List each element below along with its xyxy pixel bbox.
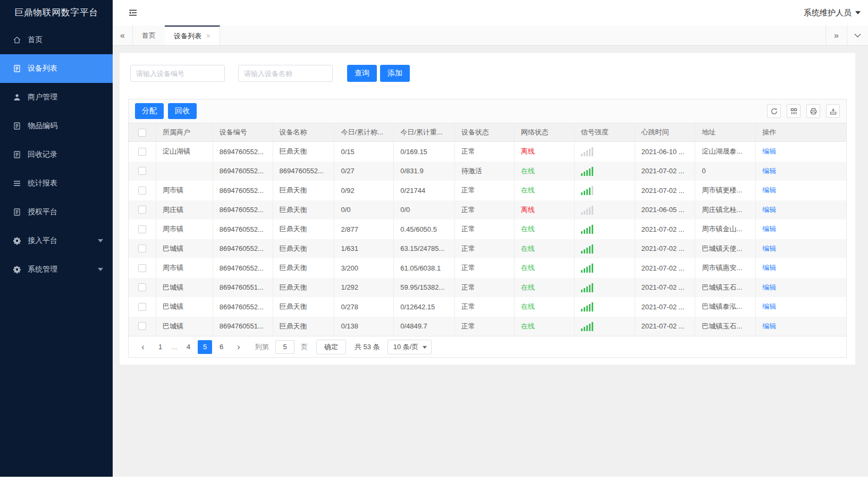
cell-device-status: 待激活 (455, 162, 515, 181)
sidebar-item-home[interactable]: 首页 (0, 26, 113, 54)
row-checkbox[interactable] (138, 206, 146, 214)
cell-action: 编辑 (756, 239, 846, 259)
sidebar-item-access-platform[interactable]: 接入平台 (0, 226, 113, 255)
signal-bars-icon (581, 166, 593, 176)
cell-heartbeat-time: 2021-06-05 ... (635, 200, 696, 220)
network-status-text: 在线 (521, 244, 535, 254)
sidebar-item-label: 商户管理 (28, 92, 57, 102)
cell-signal-strength (575, 317, 635, 336)
edit-link[interactable]: 编辑 (762, 244, 776, 254)
pagination-bar: ‹ 1 ... 4 5 6 › 到第 页 确定 共 53 条 10 条/页 (129, 336, 846, 357)
print-icon[interactable] (806, 104, 820, 118)
cell-today-total-weight: 0.45/6050.5 (394, 220, 455, 239)
cell-heartbeat-time: 2021-07-02 ... (635, 258, 696, 278)
user-icon (13, 93, 21, 102)
sidebar-item-device-list[interactable]: 设备列表 (0, 54, 113, 83)
row-checkbox[interactable] (138, 283, 146, 291)
cell-today-total-weight: 0/21744 (394, 181, 455, 200)
cell-network-status: 在线 (515, 297, 575, 317)
sidebar-item-label: 物品编码 (28, 121, 57, 131)
table-row: 巴城镇8694760552...巨鼎天衡1/63163.15/24785...正… (129, 239, 846, 259)
cell-device-number: 8694760552... (213, 239, 273, 259)
row-checkbox[interactable] (138, 167, 146, 175)
cell-device-number: 8694760551... (213, 317, 273, 336)
tabs-scroll-left-button[interactable]: « (113, 26, 133, 45)
signal-bars-icon (581, 147, 593, 156)
query-button[interactable]: 查询 (347, 65, 377, 82)
edit-link[interactable]: 编辑 (762, 147, 776, 156)
export-icon[interactable] (826, 104, 840, 118)
close-icon[interactable]: × (206, 32, 210, 40)
table-row: 周庄镇8694760552...巨鼎天衡0/00/0正常离线2021-06-05… (129, 200, 846, 220)
user-menu[interactable]: 系统维护人员 (804, 8, 861, 18)
cell-device-status: 正常 (455, 317, 515, 336)
page-button-4[interactable]: 4 (181, 340, 196, 354)
device-number-input[interactable] (130, 65, 225, 82)
cell-heartbeat-time: 2021-07-02 ... (635, 297, 696, 317)
select-all-checkbox[interactable] (138, 129, 146, 137)
edit-link[interactable]: 编辑 (762, 185, 776, 195)
tab-device-list[interactable]: 设备列表 × (165, 26, 220, 45)
row-checkbox[interactable] (138, 322, 146, 330)
sidebar-item-item-code[interactable]: 物品编码 (0, 112, 113, 140)
edit-link[interactable]: 编辑 (762, 166, 776, 176)
recycle-button[interactable]: 回收 (168, 103, 197, 119)
page-size-select[interactable]: 10 条/页 (387, 340, 432, 354)
row-checkbox[interactable] (138, 244, 146, 252)
cell-heartbeat-time: 2021-07-02 ... (635, 239, 696, 259)
edit-link[interactable]: 编辑 (762, 205, 776, 215)
assign-button[interactable]: 分配 (135, 103, 164, 119)
cell-address: 巴城镇玉石... (695, 278, 756, 298)
goto-page-input[interactable] (275, 340, 294, 354)
row-checkbox-cell (129, 220, 156, 239)
add-button[interactable]: 添加 (380, 65, 410, 82)
cell-today-total-weight: 0/831.9 (394, 162, 455, 181)
page-button-6[interactable]: 6 (214, 340, 229, 354)
cell-device-name: 巨鼎天衡 (273, 220, 335, 239)
prev-page-button[interactable]: ‹ (135, 342, 151, 352)
row-checkbox[interactable] (138, 303, 146, 311)
cell-address: 周庄镇北桂... (695, 200, 756, 220)
sidebar-item-auth-platform[interactable]: 授权平台 (0, 198, 113, 226)
cell-today-total-count: 0/278 (334, 297, 394, 317)
top-header: 系统维护人员 (113, 0, 868, 26)
edit-link[interactable]: 编辑 (762, 283, 776, 292)
sidebar-item-statistics[interactable]: 统计报表 (0, 169, 113, 198)
cell-device-number: 8694760552... (213, 200, 273, 220)
confirm-page-button[interactable]: 确定 (316, 340, 346, 354)
columns-icon[interactable] (787, 104, 800, 118)
device-name-input[interactable] (238, 65, 333, 82)
tabs-scroll-right-button[interactable]: » (825, 26, 847, 45)
cell-signal-strength (575, 278, 635, 298)
network-status-text: 在线 (521, 185, 535, 195)
page-button-5-active[interactable]: 5 (198, 340, 212, 354)
row-checkbox[interactable] (138, 225, 146, 233)
edit-link[interactable]: 编辑 (762, 224, 776, 234)
tab-home[interactable]: 首页 (133, 26, 165, 45)
cell-signal-strength (575, 142, 635, 162)
home-icon (13, 36, 21, 44)
table-row: 巴城镇8694760551...巨鼎天衡1/29259.95/15382...正… (129, 278, 846, 298)
edit-link[interactable]: 编辑 (762, 322, 776, 331)
cell-device-status: 正常 (455, 258, 515, 278)
sidebar-item-recycle-records[interactable]: 回收记录 (0, 140, 113, 169)
collapse-menu-icon[interactable] (128, 8, 138, 18)
chevron-down-icon (855, 11, 861, 14)
sidebar-item-merchant-mgmt[interactable]: 商户管理 (0, 83, 113, 112)
edit-link[interactable]: 编辑 (762, 302, 776, 311)
cell-network-status: 在线 (515, 317, 575, 336)
refresh-icon[interactable] (767, 104, 781, 118)
tabs-menu-button[interactable] (847, 26, 868, 45)
row-checkbox[interactable] (138, 187, 146, 195)
header-checkbox-cell (129, 123, 156, 141)
tab-label: 首页 (142, 31, 156, 40)
next-page-button[interactable]: › (231, 342, 247, 352)
row-checkbox[interactable] (138, 264, 146, 272)
edit-link[interactable]: 编辑 (762, 263, 776, 273)
cell-action: 编辑 (756, 200, 846, 220)
sidebar-item-system-mgmt[interactable]: 系统管理 (0, 255, 113, 284)
cell-today-total-count: 1/631 (334, 239, 394, 259)
cell-today-total-count: 0/15 (334, 142, 394, 162)
row-checkbox[interactable] (138, 148, 146, 156)
page-button-1[interactable]: 1 (153, 340, 167, 354)
